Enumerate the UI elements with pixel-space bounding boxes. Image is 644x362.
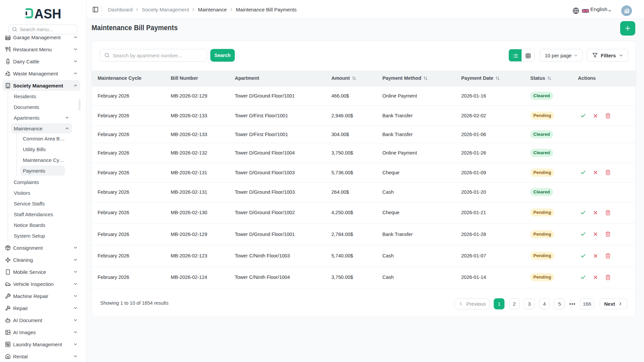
svg-text:ASH: ASH (34, 8, 61, 18)
